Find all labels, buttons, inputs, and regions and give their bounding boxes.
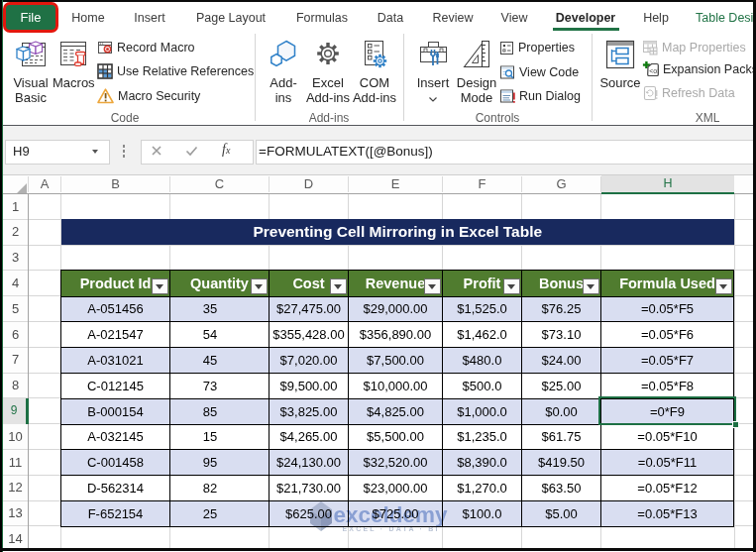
svg-text:<o>: <o> bbox=[649, 67, 659, 74]
